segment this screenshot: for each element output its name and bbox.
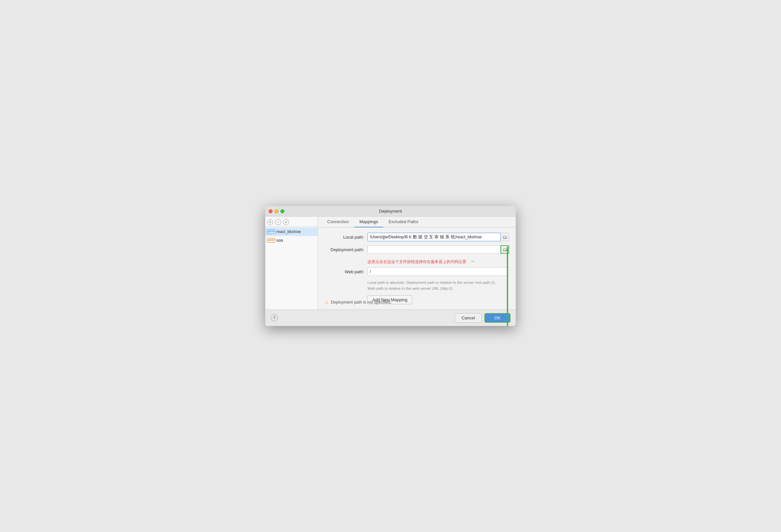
tab-excluded-paths[interactable]: Excluded Paths	[383, 216, 423, 228]
sidebar-item-react-bkshow[interactable]: SFTP react_bkshow	[265, 228, 318, 236]
folder-icon-deployment: 🗂	[502, 247, 507, 252]
deployment-annotation-text: 这里点击右边这个文件按钮选择你在服务器上的代码位置	[367, 259, 466, 264]
web-path-input[interactable]	[367, 267, 509, 276]
deployment-path-input[interactable]	[367, 245, 501, 254]
local-path-label: Local path:	[325, 235, 367, 240]
sftp-icon-1: SFTP	[268, 229, 275, 234]
remove-server-button[interactable]: −	[275, 219, 281, 225]
local-path-row: Local path: 🗂	[325, 233, 509, 241]
sidebar-label-react-bkshow: react_bkshow	[277, 230, 301, 234]
close-button[interactable]	[269, 209, 273, 213]
tabs-bar: Connection Mappings Excluded Paths	[318, 216, 516, 228]
sidebar: + − ✓ SFTP react_bkshow SFTP aaa	[265, 216, 318, 310]
ok-button[interactable]: OK	[484, 313, 510, 323]
annotation-row: 这里点击右边这个文件按钮选择你在服务器上的代码位置 ←	[325, 258, 509, 265]
dialog-title: Deployment	[379, 209, 402, 214]
warning-row: ⚠ Deployment path is not specified.	[325, 300, 392, 305]
sftp-icon-2: SFTP	[268, 238, 275, 243]
warning-icon: ⚠	[325, 300, 329, 305]
right-panel: Connection Mappings Excluded Paths Local…	[318, 216, 516, 310]
deployment-path-label: Deployment path:	[325, 247, 367, 252]
hint-line-1: Local path is absolute. Deployment path …	[367, 280, 509, 285]
add-server-button[interactable]: +	[267, 219, 273, 225]
tab-mappings[interactable]: Mappings	[354, 216, 383, 228]
local-path-input-wrapper: 🗂	[367, 233, 509, 241]
local-path-browse-button[interactable]: 🗂	[501, 233, 509, 241]
hint-text: Local path is absolute. Deployment path …	[325, 280, 509, 291]
hint-line-2: Web path is relative to the web server U…	[367, 286, 509, 291]
folder-icon: 🗂	[502, 234, 507, 240]
maximize-button[interactable]	[280, 209, 284, 213]
minimize-button[interactable]	[275, 209, 279, 213]
action-buttons: Cancel OK	[455, 313, 510, 323]
help-button[interactable]: ?	[271, 314, 278, 321]
main-content: + − ✓ SFTP react_bkshow SFTP aaa Conn	[265, 216, 516, 310]
deployment-path-row: Deployment path: 🗂	[325, 245, 509, 254]
tab-connection[interactable]: Connection	[322, 216, 354, 228]
title-bar: Deployment	[265, 206, 516, 216]
web-path-input-wrapper	[367, 267, 509, 276]
web-path-row: Web path:	[325, 267, 509, 276]
check-button[interactable]: ✓	[283, 219, 289, 225]
deployment-path-input-wrapper: 🗂	[367, 245, 509, 254]
deployment-dialog: Deployment + − ✓ SFTP react_bkshow SFTP …	[265, 206, 516, 326]
cancel-button[interactable]: Cancel	[455, 313, 482, 323]
sidebar-item-aaa[interactable]: SFTP aaa	[265, 236, 318, 245]
web-path-label: Web path:	[325, 269, 367, 274]
warning-text: Deployment path is not specified.	[331, 300, 392, 304]
panel-content: Local path: 🗂 Deployment path: 🗂	[318, 228, 516, 310]
local-path-input[interactable]	[367, 233, 501, 241]
sidebar-label-aaa: aaa	[277, 238, 283, 243]
right-arrow-annotation: ←	[470, 258, 476, 264]
traffic-lights	[269, 209, 284, 213]
deployment-path-browse-button[interactable]: 🗂	[501, 245, 509, 254]
bottom-bar: ? Cancel OK	[265, 310, 516, 326]
